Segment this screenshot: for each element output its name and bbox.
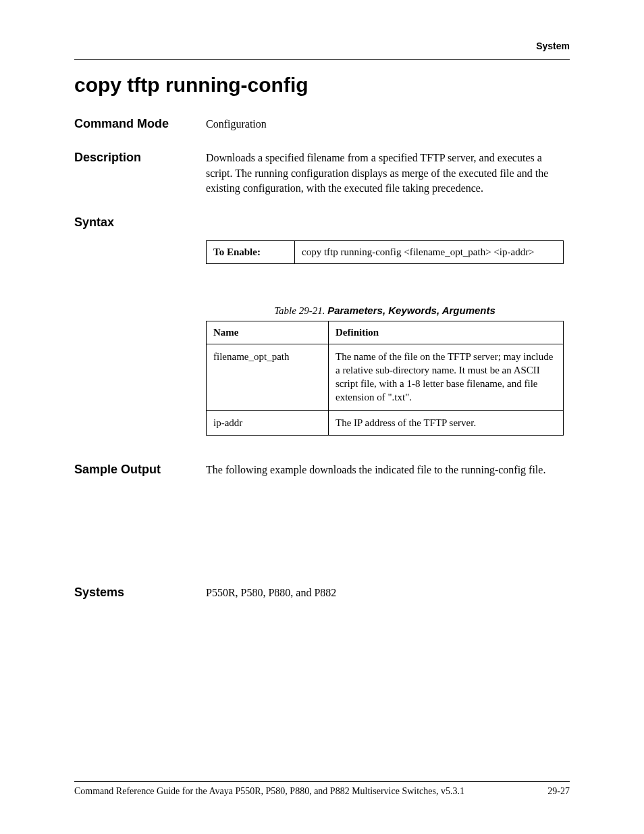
header-rule bbox=[74, 59, 570, 60]
params-header-name: Name bbox=[207, 321, 329, 344]
footer-page: 29-27 bbox=[547, 786, 570, 797]
syntax-row: Syntax bbox=[74, 215, 570, 230]
description-value: Downloads a specified filename from a sp… bbox=[206, 151, 570, 196]
param-name: filename_opt_path bbox=[207, 344, 329, 410]
page-title: copy tftp running-config bbox=[74, 74, 570, 97]
systems-label: Systems bbox=[74, 585, 206, 600]
syntax-label: Syntax bbox=[74, 215, 206, 230]
syntax-enable-value: copy tftp running-config <filename_opt_p… bbox=[295, 240, 564, 263]
sample-output-value: The following example downloads the indi… bbox=[206, 463, 570, 477]
command-mode-row: Command Mode Configuration bbox=[74, 117, 570, 132]
params-caption: Table 29-21. Parameters, Keywords, Argum… bbox=[206, 305, 564, 317]
description-label: Description bbox=[74, 151, 206, 165]
command-mode-value: Configuration bbox=[206, 117, 570, 132]
sample-output-label: Sample Output bbox=[74, 463, 206, 477]
syntax-enable-row: To Enable: copy tftp running-config <fil… bbox=[207, 240, 564, 263]
table-row: ip-addr The IP address of the TFTP serve… bbox=[207, 410, 564, 435]
footer-rule bbox=[74, 781, 570, 782]
syntax-enable-label: To Enable: bbox=[207, 240, 295, 263]
params-header-definition: Definition bbox=[329, 321, 564, 344]
page: System copy tftp running-config Command … bbox=[0, 0, 644, 834]
footer: Command Reference Guide for the Avaya P5… bbox=[74, 781, 570, 797]
params-caption-title: Parameters, Keywords, Arguments bbox=[327, 305, 495, 316]
param-definition: The name of the file on the TFTP server;… bbox=[329, 344, 564, 410]
systems-row: Systems P550R, P580, P880, and P882 bbox=[74, 585, 570, 600]
footer-text: Command Reference Guide for the Avaya P5… bbox=[74, 786, 464, 797]
param-name: ip-addr bbox=[207, 410, 329, 435]
table-row: filename_opt_path The name of the file o… bbox=[207, 344, 564, 410]
syntax-table: To Enable: copy tftp running-config <fil… bbox=[206, 240, 564, 264]
params-table: Name Definition filename_opt_path The na… bbox=[206, 321, 564, 436]
sample-output-row: Sample Output The following example down… bbox=[74, 463, 570, 477]
header-section: System bbox=[74, 41, 570, 51]
description-row: Description Downloads a specified filena… bbox=[74, 151, 570, 196]
systems-value: P550R, P580, P880, and P882 bbox=[206, 585, 570, 600]
command-mode-label: Command Mode bbox=[74, 117, 206, 131]
footer-line: Command Reference Guide for the Avaya P5… bbox=[74, 786, 570, 797]
params-header-row: Name Definition bbox=[207, 321, 564, 344]
params-caption-prefix: Table 29-21. bbox=[274, 305, 327, 316]
param-definition: The IP address of the TFTP server. bbox=[329, 410, 564, 435]
